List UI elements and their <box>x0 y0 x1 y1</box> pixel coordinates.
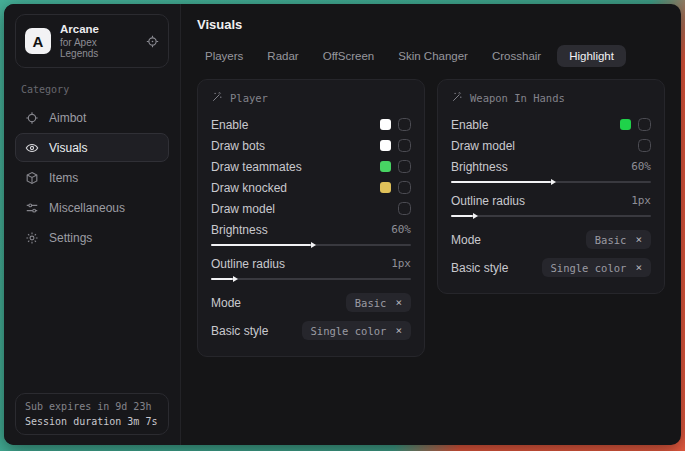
app-subtitle: for Apex Legends <box>60 37 137 59</box>
tab-players[interactable]: Players <box>197 45 251 67</box>
eye-icon <box>25 141 39 155</box>
main-content: Visuals Players Radar OffScreen Skin Cha… <box>181 4 681 445</box>
session-duration-text: Session duration 3m 7s <box>25 416 159 427</box>
color-swatch[interactable] <box>380 140 391 151</box>
sidebar-item-visuals[interactable]: Visuals <box>15 133 169 162</box>
mode-chip[interactable]: Basic × <box>586 230 651 249</box>
sidebar: A Arcane for Apex Legends Category Aimbo… <box>4 4 181 445</box>
sidebar-item-aimbot[interactable]: Aimbot <box>15 103 169 132</box>
crosshair-icon <box>25 111 39 125</box>
category-label: Category <box>21 84 163 95</box>
sliders-icon <box>25 201 39 215</box>
setting-value: 60% <box>391 223 411 236</box>
setting-row-outline-radius: Outline radius 1px <box>451 190 651 211</box>
setting-row-mode: Mode Basic × <box>451 227 651 252</box>
tab-offscreen[interactable]: OffScreen <box>315 45 383 67</box>
brightness-slider[interactable] <box>211 240 411 253</box>
setting-row-enable: Enable <box>451 114 651 135</box>
close-icon[interactable]: × <box>395 325 402 336</box>
tab-highlight[interactable]: Highlight <box>557 45 626 67</box>
checkbox[interactable] <box>638 139 651 152</box>
sidebar-item-miscellaneous[interactable]: Miscellaneous <box>15 193 169 222</box>
setting-label: Brightness <box>451 160 508 174</box>
basic-style-chip[interactable]: Single color × <box>302 321 411 340</box>
setting-value: 60% <box>631 160 651 173</box>
checkbox[interactable] <box>398 118 411 131</box>
setting-label: Mode <box>211 296 241 310</box>
checkbox[interactable] <box>398 139 411 152</box>
sidebar-item-label: Aimbot <box>49 111 86 125</box>
subscription-card: Sub expires in 9d 23h Session duration 3… <box>15 393 169 435</box>
setting-label: Draw bots <box>211 139 265 153</box>
outline-radius-slider[interactable] <box>451 211 651 224</box>
app-logo: A <box>25 28 51 54</box>
color-swatch[interactable] <box>380 182 391 193</box>
setting-label: Draw model <box>451 139 515 153</box>
setting-label: Draw model <box>211 202 275 216</box>
slider-handle[interactable] <box>551 179 556 185</box>
setting-label: Brightness <box>211 223 268 237</box>
chip-label: Single color <box>551 262 627 274</box>
wand-icon <box>451 91 463 105</box>
setting-label: Mode <box>451 233 481 247</box>
checkbox[interactable] <box>398 202 411 215</box>
checkbox[interactable] <box>638 118 651 131</box>
target-icon[interactable] <box>146 35 159 48</box>
setting-label: Enable <box>451 118 488 132</box>
mode-chip[interactable]: Basic × <box>346 293 411 312</box>
setting-label: Draw teammates <box>211 160 302 174</box>
setting-row-basic-style: Basic style Single color × <box>211 318 411 343</box>
close-icon[interactable]: × <box>635 262 642 273</box>
account-card: A Arcane for Apex Legends <box>15 14 169 68</box>
app-window: A Arcane for Apex Legends Category Aimbo… <box>4 4 681 445</box>
setting-label: Outline radius <box>211 257 285 271</box>
checkbox[interactable] <box>398 160 411 173</box>
slider-handle[interactable] <box>473 213 478 219</box>
setting-value: 1px <box>391 257 411 270</box>
sidebar-item-label: Visuals <box>49 141 87 155</box>
app-name: Arcane <box>60 23 137 35</box>
setting-row-draw-knocked: Draw knocked <box>211 177 411 198</box>
setting-row-mode: Mode Basic × <box>211 290 411 315</box>
chip-label: Single color <box>311 325 387 337</box>
slider-handle[interactable] <box>233 276 238 282</box>
sidebar-item-label: Miscellaneous <box>49 201 125 215</box>
setting-label: Enable <box>211 118 248 132</box>
setting-row-basic-style: Basic style Single color × <box>451 255 651 280</box>
tab-skin-changer[interactable]: Skin Changer <box>390 45 476 67</box>
slider-handle[interactable] <box>311 242 316 248</box>
setting-label: Draw knocked <box>211 181 287 195</box>
setting-value: 1px <box>631 194 651 207</box>
setting-row-brightness: Brightness 60% <box>451 156 651 177</box>
tab-crosshair[interactable]: Crosshair <box>484 45 549 67</box>
basic-style-chip[interactable]: Single color × <box>542 258 651 277</box>
setting-label: Basic style <box>211 324 268 338</box>
sidebar-item-label: Settings <box>49 231 92 245</box>
color-swatch[interactable] <box>380 119 391 130</box>
close-icon[interactable]: × <box>395 297 402 308</box>
panel-title: Weapon In Hands <box>470 92 565 104</box>
brightness-slider[interactable] <box>451 177 651 190</box>
sidebar-item-label: Items <box>49 171 78 185</box>
sidebar-item-items[interactable]: Items <box>15 163 169 192</box>
tab-radar[interactable]: Radar <box>259 45 306 67</box>
weapon-in-hands-panel: Weapon In Hands Enable Draw model Bright… <box>437 79 665 294</box>
wand-icon <box>211 91 223 105</box>
chip-label: Basic <box>595 234 627 246</box>
setting-row-brightness: Brightness 60% <box>211 219 411 240</box>
sub-expires-text: Sub expires in 9d 23h <box>25 401 159 412</box>
setting-row-draw-teammates: Draw teammates <box>211 156 411 177</box>
setting-row-draw-model: Draw model <box>211 198 411 219</box>
color-swatch[interactable] <box>380 161 391 172</box>
setting-row-draw-model: Draw model <box>451 135 651 156</box>
player-panel: Player Enable Draw bots <box>197 79 425 357</box>
tab-bar: Players Radar OffScreen Skin Changer Cro… <box>197 45 665 67</box>
close-icon[interactable]: × <box>635 234 642 245</box>
color-swatch[interactable] <box>620 119 631 130</box>
chip-label: Basic <box>355 297 387 309</box>
outline-radius-slider[interactable] <box>211 274 411 287</box>
sidebar-item-settings[interactable]: Settings <box>15 223 169 252</box>
setting-row-outline-radius: Outline radius 1px <box>211 253 411 274</box>
checkbox[interactable] <box>398 181 411 194</box>
setting-row-draw-bots: Draw bots <box>211 135 411 156</box>
